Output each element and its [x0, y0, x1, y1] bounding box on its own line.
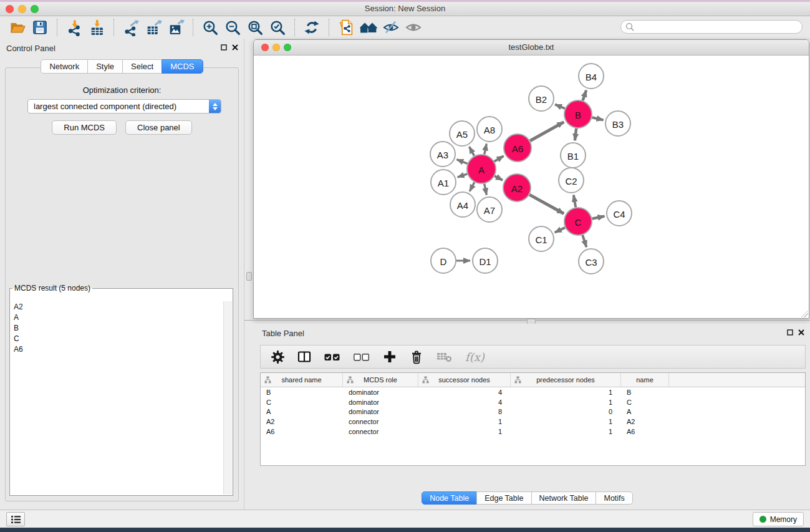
- graph-edge-B-B3[interactable]: [592, 117, 603, 120]
- create-column-plus-icon[interactable]: [383, 350, 397, 364]
- tab-style[interactable]: Style: [87, 59, 123, 74]
- graph-edge-A-A3[interactable]: [456, 160, 467, 164]
- import-network-icon[interactable]: [64, 18, 84, 37]
- criterion-select[interactable]: largest connected component (directed): [27, 99, 221, 114]
- home-layout-icon[interactable]: [359, 18, 378, 37]
- graph-edge-C-C4[interactable]: [592, 216, 605, 219]
- tab-mcds[interactable]: MCDS: [162, 59, 203, 74]
- float-panel-icon[interactable]: [221, 44, 227, 51]
- graph-edge-B-B2[interactable]: [555, 104, 565, 109]
- float-panel-icon[interactable]: [787, 329, 793, 336]
- table-row[interactable]: A6connector11A6: [261, 427, 805, 437]
- network-from-file-icon[interactable]: [336, 18, 356, 37]
- import-table-icon[interactable]: [87, 18, 107, 37]
- settings-gear-icon[interactable]: [271, 351, 284, 364]
- open-session-icon[interactable]: [7, 18, 27, 37]
- table-row[interactable]: Cdominator41C: [261, 397, 805, 407]
- mcds-result-item[interactable]: A6: [11, 344, 224, 354]
- column-header-shared-name[interactable]: shared name: [261, 373, 343, 387]
- graph-node-B1[interactable]: B1: [561, 143, 586, 168]
- zoom-out-icon[interactable]: [223, 18, 243, 37]
- graph-edge-C-C3[interactable]: [582, 235, 586, 247]
- tab-node-table[interactable]: Node Table: [422, 491, 477, 505]
- vertical-split-grip[interactable]: [246, 272, 252, 281]
- graph-node-C[interactable]: C: [564, 208, 592, 235]
- tab-edge-table[interactable]: Edge Table: [476, 491, 531, 505]
- graph-edge-A-A4[interactable]: [470, 182, 475, 191]
- close-panel-icon[interactable]: [798, 329, 804, 336]
- search-field[interactable]: [620, 20, 803, 34]
- close-panel-icon[interactable]: [232, 44, 238, 51]
- tab-network-table[interactable]: Network Table: [531, 491, 597, 505]
- graph-node-A2[interactable]: A2: [503, 174, 531, 201]
- graph-node-B4[interactable]: B4: [579, 64, 604, 89]
- mcds-result-item[interactable]: B: [11, 322, 224, 333]
- graph-edge-C-C2[interactable]: [574, 195, 576, 208]
- hide-panels-eye-icon[interactable]: [381, 18, 401, 37]
- search-input[interactable]: [637, 22, 802, 32]
- graph-node-A3[interactable]: A3: [430, 142, 455, 167]
- graph-node-C3[interactable]: C3: [579, 249, 604, 274]
- graph-edge-A-A5[interactable]: [470, 147, 475, 156]
- column-header-MCDS-role[interactable]: MCDS role: [343, 373, 418, 387]
- network-canvas[interactable]: AA1A2A3A4A5A6A7A8BB1B2B3B4CC1C2C3C4DD1: [254, 56, 809, 318]
- graph-edge-A-A1[interactable]: [458, 174, 468, 177]
- graph-node-A4[interactable]: A4: [450, 192, 475, 217]
- column-header-successor-nodes[interactable]: successor nodes: [418, 373, 511, 387]
- graph-edge-A-A7[interactable]: [485, 184, 487, 195]
- graph-node-A8[interactable]: A8: [477, 117, 502, 142]
- mcds-result-item[interactable]: C: [11, 333, 224, 344]
- run-mcds-button[interactable]: Run MCDS: [52, 120, 117, 135]
- memory-button[interactable]: Memory: [753, 512, 804, 526]
- select-all-columns-icon[interactable]: [324, 353, 340, 361]
- graph-node-B3[interactable]: B3: [605, 111, 630, 136]
- graph-edge-A6-B[interactable]: [530, 122, 564, 141]
- export-table-icon[interactable]: [143, 18, 163, 37]
- graph-node-B[interactable]: B: [564, 100, 592, 128]
- refresh-view-icon[interactable]: [302, 18, 322, 37]
- delete-columns-trash-icon[interactable]: [410, 350, 423, 364]
- graph-edge-C-C1[interactable]: [555, 228, 566, 233]
- graph-edge-B-B4[interactable]: [583, 90, 587, 101]
- tab-motifs[interactable]: Motifs: [595, 491, 632, 505]
- graph-node-A5[interactable]: A5: [450, 121, 475, 146]
- graph-edge-A2-C[interactable]: [529, 195, 564, 213]
- graph-node-A1[interactable]: A1: [431, 170, 456, 195]
- graph-node-D1[interactable]: D1: [473, 248, 498, 273]
- graph-node-D[interactable]: D: [431, 248, 456, 273]
- export-image-icon[interactable]: [166, 18, 186, 37]
- graph-node-B2[interactable]: B2: [529, 86, 554, 111]
- graph-edge-B-B1[interactable]: [575, 128, 576, 140]
- tab-network[interactable]: Network: [41, 59, 88, 74]
- graph-edge-A-A8[interactable]: [485, 144, 486, 155]
- column-header-name[interactable]: name: [621, 373, 669, 387]
- save-session-icon[interactable]: [30, 18, 50, 37]
- table-row[interactable]: Adominator80A: [261, 407, 805, 417]
- graph-edge-A-A6[interactable]: [494, 156, 504, 162]
- unselect-all-columns-icon[interactable]: [354, 353, 370, 361]
- graph-node-A[interactable]: A: [467, 155, 496, 183]
- close-panel-button[interactable]: Close panel: [125, 120, 192, 135]
- show-panels-eye-icon[interactable]: [403, 18, 423, 37]
- window-resize-grip[interactable]: [801, 310, 808, 317]
- column-header-predecessor-nodes[interactable]: predecessor nodes: [511, 373, 621, 387]
- graph-node-A7[interactable]: A7: [477, 197, 502, 222]
- graph-node-C4[interactable]: C4: [607, 201, 632, 226]
- network-window-titlebar[interactable]: testGlobe.txt: [254, 40, 809, 56]
- zoom-selected-icon[interactable]: [268, 18, 287, 37]
- mcds-result-scrollbar[interactable]: [223, 301, 232, 495]
- export-network-icon[interactable]: [121, 18, 141, 37]
- zoom-fit-icon[interactable]: [245, 18, 265, 37]
- mcds-result-item[interactable]: A: [11, 312, 224, 322]
- show-column-icon[interactable]: [297, 351, 311, 363]
- zoom-in-icon[interactable]: [200, 18, 220, 37]
- tab-select[interactable]: Select: [122, 59, 162, 74]
- graph-node-C2[interactable]: C2: [559, 168, 584, 193]
- table-row[interactable]: Bdominator41B: [261, 387, 805, 397]
- network-graph[interactable]: AA1A2A3A4A5A6A7A8BB1B2B3B4CC1C2C3C4DD1: [254, 56, 809, 318]
- graph-node-A6[interactable]: A6: [504, 134, 531, 162]
- graph-node-C1[interactable]: C1: [529, 226, 554, 251]
- mcds-result-item[interactable]: A2: [11, 301, 224, 312]
- node-table[interactable]: shared nameMCDS rolesuccessor nodesprede…: [260, 372, 806, 466]
- graph-edge-A-A2[interactable]: [494, 176, 503, 180]
